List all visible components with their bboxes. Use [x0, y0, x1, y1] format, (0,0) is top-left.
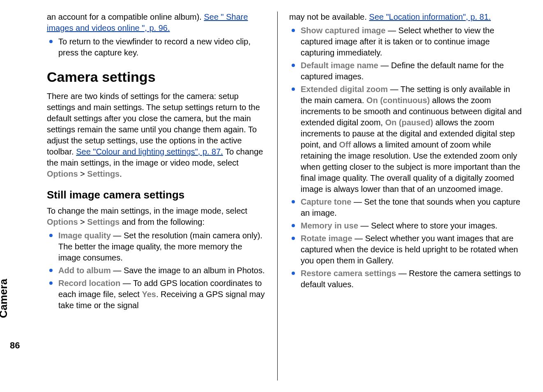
settings-list-right: Show captured image — Select whether to …: [289, 25, 522, 290]
text: an account for a compatible online album…: [47, 12, 204, 21]
list-item: Restore camera settings — Restore the ca…: [289, 268, 522, 290]
label-on-continuous: On (continuous): [366, 96, 430, 105]
label-add-to-album: Add to album: [58, 266, 111, 275]
link-colour-lighting[interactable]: See "Colour and lighting settings", p. 8…: [76, 147, 223, 156]
list-item: Memory in use — Select where to store yo…: [289, 220, 522, 231]
text: To return to the viewfinder to record a …: [58, 37, 251, 57]
link-location-info[interactable]: See "Location information", p. 81.: [369, 12, 491, 21]
text: To change the main settings, in the imag…: [47, 206, 247, 215]
text: >: [78, 217, 87, 226]
label-settings: Settings: [87, 169, 120, 178]
page-columns: an account for a compatible online album…: [29, 12, 527, 380]
label-on-paused: On (paused): [385, 118, 433, 127]
text: —: [358, 221, 371, 230]
text: —: [396, 269, 409, 278]
label-default-name: Default image name: [301, 61, 378, 70]
still-intro: To change the main settings, in the imag…: [47, 205, 266, 228]
right-column: may not be available. See "Location info…: [278, 12, 527, 380]
camera-settings-intro: There are two kinds of settings for the …: [47, 91, 266, 180]
text: and from the following:: [120, 217, 205, 226]
label-options: Options: [47, 217, 78, 226]
text: may not be available.: [289, 12, 369, 21]
right-top: may not be available. See "Location info…: [289, 12, 522, 23]
label-options: Options: [47, 169, 78, 178]
text: >: [78, 169, 87, 178]
text: —: [352, 234, 365, 243]
label-yes: Yes: [142, 290, 156, 299]
label-capture-tone: Capture tone: [301, 197, 351, 206]
list-item: Default image name — Define the default …: [289, 60, 522, 82]
label-off: Off: [339, 140, 351, 149]
text: —: [351, 197, 364, 206]
text: Save the image to an album in Photos.: [124, 266, 265, 275]
return-list: To return to the viewfinder to record a …: [47, 36, 266, 58]
text: —: [120, 279, 133, 288]
intro-continuation: an account for a compatible online album…: [47, 12, 266, 34]
label-settings: Settings: [87, 217, 120, 226]
page-number: 86: [10, 340, 20, 351]
label-extended-zoom: Extended digital zoom: [301, 85, 388, 94]
list-item: Image quality — Set the resolution (main…: [47, 230, 266, 263]
text: —: [388, 85, 400, 94]
label-rotate-image: Rotate image: [301, 234, 352, 243]
label-memory-in-use: Memory in use: [301, 221, 358, 230]
label-show-captured: Show captured image: [301, 26, 386, 35]
heading-camera-settings: Camera settings: [47, 69, 266, 85]
left-column: an account for a compatible online album…: [29, 12, 278, 380]
list-item: Record location — To add GPS location co…: [47, 278, 266, 311]
list-item: Rotate image — Select whether you want i…: [289, 233, 522, 266]
heading-still-image: Still image camera settings: [47, 189, 266, 201]
list-item: Show captured image — Select whether to …: [289, 25, 522, 58]
text: There are two kinds of settings for the …: [47, 92, 260, 156]
label-image-quality: Image quality: [58, 231, 111, 240]
text: —: [378, 61, 391, 70]
side-tab-camera: Camera: [0, 279, 10, 318]
list-item: Add to album — Save the image to an albu…: [47, 265, 266, 276]
text: —: [111, 231, 124, 240]
text: —: [386, 26, 398, 35]
label-restore-settings: Restore camera settings: [301, 269, 396, 278]
text: —: [111, 266, 124, 275]
text: Select where to store your images.: [371, 221, 497, 230]
list-item: Extended digital zoom — The setting is o…: [289, 84, 522, 195]
text: .: [120, 169, 122, 178]
list-item: Capture tone — Set the tone that sounds …: [289, 196, 522, 219]
settings-list-left: Image quality — Set the resolution (main…: [47, 230, 266, 311]
label-record-location: Record location: [58, 279, 120, 288]
list-item: To return to the viewfinder to record a …: [47, 36, 266, 58]
